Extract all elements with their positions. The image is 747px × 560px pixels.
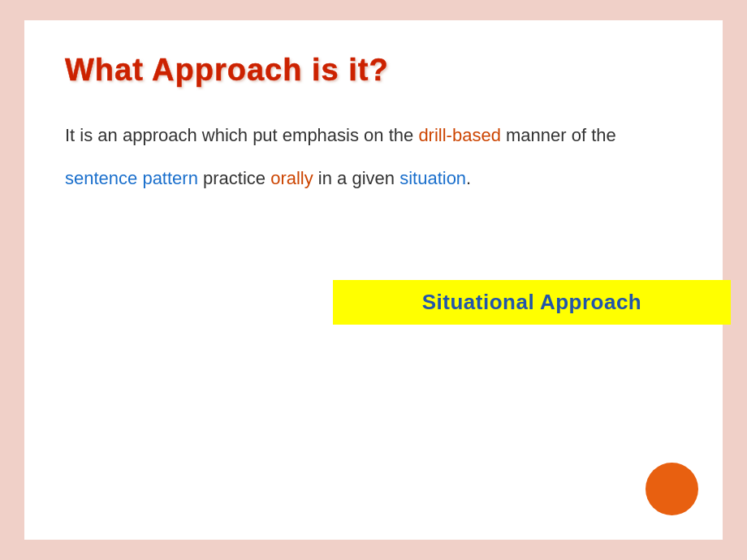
body-orally: orally	[270, 168, 313, 188]
body-line1-after: manner of the	[501, 125, 616, 145]
body-line1-before: It is an approach which put emphasis on …	[65, 125, 418, 145]
banner-text: Situational Approach	[422, 290, 642, 315]
orange-circle-decoration	[646, 463, 698, 515]
body-sentence-pattern: sentence pattern	[65, 168, 198, 188]
body-line2-middle: practice	[198, 168, 270, 188]
body-before-situation: in a given	[313, 168, 399, 188]
body-line-2: sentence pattern practice orally in a gi…	[65, 163, 682, 193]
slide: What Approach is it? It is an approach w…	[24, 20, 723, 540]
situational-approach-banner: Situational Approach	[333, 280, 731, 325]
slide-title: What Approach is it?	[65, 53, 682, 88]
slide-body: It is an approach which put emphasis on …	[65, 120, 682, 194]
body-line-1: It is an approach which put emphasis on …	[65, 120, 682, 150]
body-situation: situation	[399, 168, 466, 188]
body-drill-based: drill-based	[418, 125, 501, 145]
body-line2-end: .	[466, 168, 471, 188]
